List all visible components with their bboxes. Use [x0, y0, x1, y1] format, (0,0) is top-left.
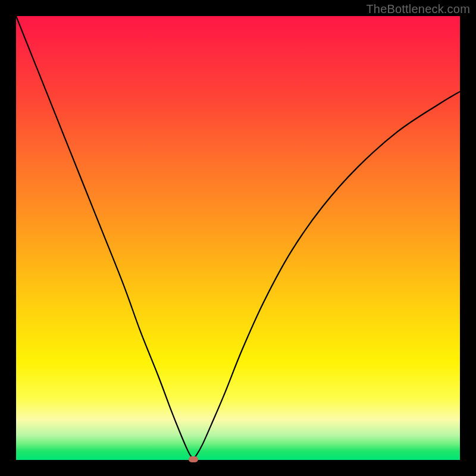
- bottleneck-curve: [16, 16, 460, 460]
- optimal-point-marker: [189, 456, 198, 462]
- plot-area: [16, 16, 460, 460]
- attribution-text: TheBottleneck.com: [366, 2, 470, 16]
- chart-frame: TheBottleneck.com: [0, 0, 476, 476]
